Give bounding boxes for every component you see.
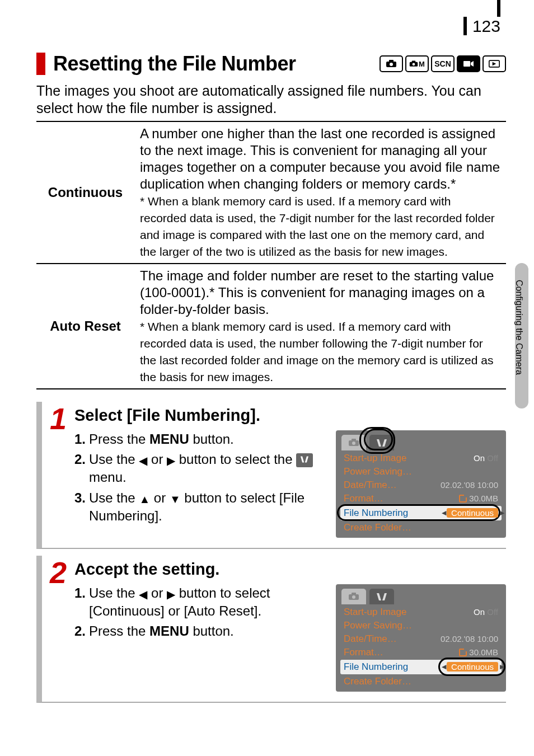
step2-title: Accept the setting. — [74, 560, 506, 579]
svg-rect-9 — [352, 439, 356, 441]
crop-marker — [497, 0, 500, 17]
intro-text: The images you shoot are automatically a… — [36, 82, 506, 118]
option-autoreset-label: Auto Reset — [36, 264, 134, 389]
page-number: 123 — [463, 17, 500, 35]
step2-number: 2 — [42, 559, 67, 692]
screen2-tab-camera-icon — [341, 589, 366, 604]
option-continuous-desc: A number one higher than the last one re… — [140, 126, 500, 191]
screen2-tab-tools-icon — [369, 589, 394, 604]
svg-point-2 — [390, 63, 393, 66]
mode-icons: M SCN — [380, 55, 506, 72]
side-tab: Configuring the Camera — [515, 263, 532, 408]
option-autoreset-desc: The image and folder number are reset to… — [140, 268, 494, 317]
options-table: Continuous A number one higher than the … — [36, 121, 506, 389]
step1-instructions: 1.Press the MENU button.2.Use the ◀ or ▶… — [74, 430, 328, 528]
svg-point-13 — [352, 595, 355, 599]
screen-mock-2: Start-up ImageOn Off Power Saving… Date/… — [336, 584, 506, 692]
mode-scn-icon: SCN — [431, 55, 455, 72]
screen-mock-1: Start-up ImageOn Off Power Saving… Date/… — [336, 430, 506, 538]
step1-number: 1 — [42, 405, 67, 538]
screen-tab-camera-icon — [341, 435, 366, 450]
mode-camera-manual-icon: M — [405, 55, 429, 72]
svg-rect-6 — [463, 61, 470, 67]
side-tab-label: Configuring the Camera — [514, 280, 524, 375]
svg-rect-4 — [412, 60, 415, 62]
mode-movie-icon — [457, 55, 480, 72]
svg-point-10 — [352, 442, 355, 445]
svg-rect-12 — [352, 593, 356, 595]
mode-camera-auto-icon — [380, 55, 403, 72]
section-title: Resetting the File Number — [53, 52, 380, 76]
step2-instructions: 1.Use the ◀ or ▶ button to select [Conti… — [74, 584, 328, 643]
svg-point-5 — [413, 63, 415, 65]
option-autoreset-note: * When a blank memory card is used. If a… — [140, 320, 494, 383]
mode-playback-icon — [483, 55, 506, 72]
step1-title: Select [File Numbering]. — [74, 406, 506, 425]
svg-rect-1 — [389, 60, 394, 62]
section-bar — [36, 53, 45, 75]
option-continuous-note: * When a blank memory card is used. If a… — [140, 195, 495, 258]
option-continuous-label: Continuous — [36, 121, 134, 264]
